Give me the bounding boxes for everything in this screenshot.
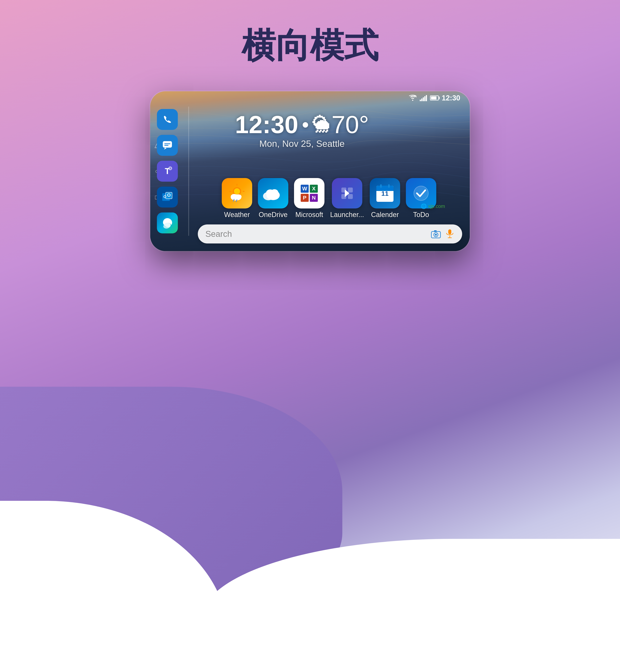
- powerpoint-cell: P: [301, 194, 309, 202]
- app-weather[interactable]: Weather: [222, 178, 252, 219]
- todo-svg: [412, 184, 430, 203]
- mic-search-icon[interactable]: [445, 229, 455, 239]
- onedrive-label: OneDrive: [259, 211, 288, 219]
- weather-label: Weather: [224, 211, 250, 219]
- weather-icon: [222, 178, 252, 208]
- app-grid: Weather OneDrive: [196, 178, 462, 219]
- onedrive-svg: [263, 186, 283, 201]
- svg-rect-2: [421, 99, 422, 101]
- watermark: 🌐 xjp.com: [421, 203, 445, 209]
- app-calendar[interactable]: 11 Calender: [370, 178, 400, 219]
- svg-text:O: O: [163, 195, 166, 199]
- microsoft365-icon: W X P N: [294, 178, 324, 208]
- launcher-svg: [338, 184, 357, 203]
- page-title: 横向模式: [242, 23, 378, 69]
- excel-cell: X: [310, 185, 318, 193]
- clock-time: 12:30: [235, 112, 298, 137]
- status-bar: 12:30: [150, 91, 470, 105]
- phone-icon: [162, 114, 173, 125]
- svg-point-17: [234, 188, 240, 194]
- svg-text:11: 11: [381, 190, 389, 197]
- app-row: Weather OneDrive: [196, 178, 462, 219]
- launcher-label: Launcher...: [330, 211, 364, 219]
- nav-app-teams[interactable]: T A: [157, 161, 178, 182]
- svg-rect-32: [348, 188, 353, 193]
- clock-separator: •: [302, 115, 309, 134]
- phone-mockup: 12:30 △ ○ □: [150, 91, 470, 251]
- nav-app-phone[interactable]: [157, 109, 178, 130]
- svg-point-30: [271, 189, 278, 195]
- edge-icon: [161, 216, 174, 229]
- svg-point-44: [435, 234, 437, 236]
- svg-text:A: A: [169, 167, 171, 170]
- clock-widget: 12:30 • 🌦 70° Mon, Nov 25, Seattle: [235, 112, 369, 149]
- todo-label: ToDo: [413, 211, 429, 219]
- svg-rect-4: [424, 96, 425, 101]
- search-placeholder: Search: [205, 229, 427, 239]
- weather-icon-inline: 🌦: [312, 116, 329, 133]
- app-microsoft365[interactable]: W X P N Microsoft: [294, 178, 324, 219]
- svg-point-41: [414, 186, 428, 201]
- svg-rect-8: [164, 145, 168, 146]
- svg-rect-45: [434, 230, 437, 232]
- search-bar[interactable]: Search: [198, 224, 462, 244]
- calendar-icon: 11: [370, 178, 400, 208]
- left-nav: T A O O: [150, 91, 185, 251]
- outlook-icon: O O: [161, 191, 174, 204]
- weather-svg: [227, 184, 247, 203]
- status-time: 12:30: [442, 94, 460, 102]
- onedrive-icon: [258, 178, 288, 208]
- camera-search-icon[interactable]: [430, 229, 441, 239]
- nav-app-messages[interactable]: [157, 135, 178, 156]
- onenote-cell: N: [310, 194, 318, 202]
- temperature: 70°: [331, 112, 369, 137]
- svg-rect-38: [380, 184, 382, 188]
- ms365-grid: W X P N: [301, 185, 318, 202]
- battery-icon: [430, 96, 439, 100]
- app-todo[interactable]: ToDo: [406, 178, 436, 219]
- svg-rect-39: [388, 184, 390, 188]
- messages-icon: [161, 139, 173, 151]
- word-cell: W: [301, 185, 309, 193]
- svg-rect-46: [448, 229, 451, 234]
- svg-rect-7: [164, 143, 170, 144]
- wifi-icon: [409, 95, 417, 101]
- svg-rect-5: [426, 95, 427, 101]
- phone-screen: 12:30 △ ○ □: [150, 91, 470, 251]
- svg-point-24: [236, 194, 242, 199]
- app-launcher[interactable]: Launcher...: [330, 178, 364, 219]
- svg-rect-6: [163, 141, 172, 148]
- nav-app-edge[interactable]: [157, 212, 178, 234]
- svg-rect-34: [348, 194, 353, 199]
- app-onedrive[interactable]: OneDrive: [258, 178, 288, 219]
- calendar-svg: 11: [374, 183, 396, 204]
- calendar-label: Calender: [371, 211, 399, 219]
- nav-divider: [188, 106, 189, 236]
- launcher-icon: [332, 178, 362, 208]
- teams-icon: T A: [161, 164, 174, 178]
- signal-icon: [420, 95, 427, 101]
- weather-display: 🌦 70°: [312, 112, 369, 137]
- microsoft365-label: Microsoft: [295, 211, 323, 219]
- svg-point-0: [412, 100, 413, 101]
- svg-rect-1: [420, 100, 421, 101]
- clock-date: Mon, Nov 25, Seattle: [235, 139, 369, 149]
- nav-app-outlook[interactable]: O O: [157, 187, 178, 208]
- svg-rect-3: [423, 97, 424, 101]
- svg-text:O: O: [167, 193, 171, 198]
